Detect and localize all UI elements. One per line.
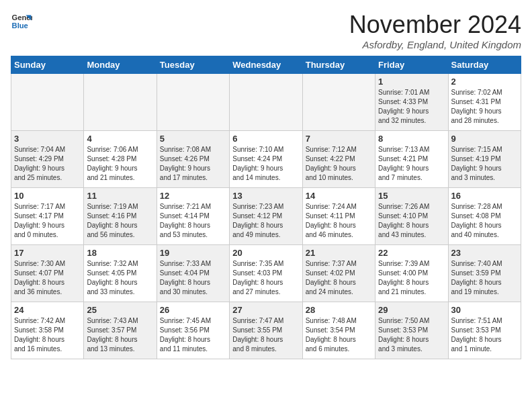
calendar-cell: 5Sunrise: 7:08 AM Sunset: 4:26 PM Daylig… (157, 131, 229, 188)
day-info: Sunrise: 7:48 AM Sunset: 3:54 PM Dayligh… (306, 316, 372, 354)
day-number: 18 (87, 248, 153, 258)
day-info: Sunrise: 7:06 AM Sunset: 4:28 PM Dayligh… (87, 145, 153, 183)
day-number: 17 (14, 248, 81, 258)
day-info: Sunrise: 7:01 AM Sunset: 4:33 PM Dayligh… (378, 88, 445, 126)
day-number: 2 (451, 77, 518, 87)
day-info: Sunrise: 7:42 AM Sunset: 3:58 PM Dayligh… (14, 316, 81, 354)
calendar-cell: 19Sunrise: 7:33 AM Sunset: 4:04 PM Dayli… (157, 245, 229, 302)
calendar-week-4: 24Sunrise: 7:42 AM Sunset: 3:58 PM Dayli… (11, 302, 521, 359)
calendar-cell: 10Sunrise: 7:17 AM Sunset: 4:17 PM Dayli… (11, 188, 84, 245)
calendar-cell: 23Sunrise: 7:40 AM Sunset: 3:59 PM Dayli… (448, 245, 521, 302)
calendar-week-0: 1Sunrise: 7:01 AM Sunset: 4:33 PM Daylig… (11, 74, 521, 131)
location: Asfordby, England, United Kingdom (349, 39, 521, 50)
day-info: Sunrise: 7:10 AM Sunset: 4:24 PM Dayligh… (232, 145, 299, 183)
calendar-cell (230, 74, 302, 131)
day-info: Sunrise: 7:37 AM Sunset: 4:02 PM Dayligh… (306, 259, 372, 297)
calendar-cell: 26Sunrise: 7:45 AM Sunset: 3:56 PM Dayli… (157, 302, 229, 359)
calendar-cell: 24Sunrise: 7:42 AM Sunset: 3:58 PM Dayli… (11, 302, 84, 359)
day-info: Sunrise: 7:21 AM Sunset: 4:14 PM Dayligh… (160, 202, 226, 240)
day-info: Sunrise: 7:02 AM Sunset: 4:31 PM Dayligh… (451, 88, 518, 126)
calendar-table: SundayMondayTuesdayWednesdayThursdayFrid… (11, 56, 521, 359)
day-number: 20 (232, 248, 299, 258)
svg-text:Blue: Blue (12, 21, 28, 30)
calendar-cell: 22Sunrise: 7:39 AM Sunset: 4:00 PM Dayli… (375, 245, 448, 302)
weekday-header-row: SundayMondayTuesdayWednesdayThursdayFrid… (11, 56, 521, 74)
calendar-cell: 15Sunrise: 7:26 AM Sunset: 4:10 PM Dayli… (375, 188, 448, 245)
calendar-cell: 16Sunrise: 7:28 AM Sunset: 4:08 PM Dayli… (448, 188, 521, 245)
day-number: 13 (232, 191, 299, 201)
calendar-cell (302, 74, 375, 131)
day-number: 5 (160, 134, 226, 144)
day-number: 11 (87, 191, 153, 201)
day-number: 7 (306, 134, 372, 144)
calendar-header: SundayMondayTuesdayWednesdayThursdayFrid… (11, 56, 521, 74)
calendar-cell: 13Sunrise: 7:23 AM Sunset: 4:12 PM Dayli… (230, 188, 302, 245)
calendar-cell: 29Sunrise: 7:50 AM Sunset: 3:53 PM Dayli… (375, 302, 448, 359)
calendar-cell: 7Sunrise: 7:12 AM Sunset: 4:22 PM Daylig… (302, 131, 375, 188)
calendar-cell: 30Sunrise: 7:51 AM Sunset: 3:53 PM Dayli… (448, 302, 521, 359)
day-info: Sunrise: 7:19 AM Sunset: 4:16 PM Dayligh… (87, 202, 153, 240)
day-number: 6 (232, 134, 299, 144)
calendar-body: 1Sunrise: 7:01 AM Sunset: 4:33 PM Daylig… (11, 74, 521, 359)
day-number: 1 (378, 77, 445, 87)
day-info: Sunrise: 7:51 AM Sunset: 3:53 PM Dayligh… (451, 316, 518, 354)
calendar-cell: 17Sunrise: 7:30 AM Sunset: 4:07 PM Dayli… (11, 245, 84, 302)
day-number: 14 (306, 191, 372, 201)
weekday-header-tuesday: Tuesday (157, 56, 229, 74)
calendar-cell: 14Sunrise: 7:24 AM Sunset: 4:11 PM Dayli… (302, 188, 375, 245)
day-number: 30 (451, 305, 518, 315)
calendar-cell: 9Sunrise: 7:15 AM Sunset: 4:19 PM Daylig… (448, 131, 521, 188)
day-number: 28 (306, 305, 372, 315)
calendar-cell (84, 74, 157, 131)
calendar-cell: 25Sunrise: 7:43 AM Sunset: 3:57 PM Dayli… (84, 302, 157, 359)
day-number: 8 (378, 134, 445, 144)
calendar-cell: 8Sunrise: 7:13 AM Sunset: 4:21 PM Daylig… (375, 131, 448, 188)
day-info: Sunrise: 7:32 AM Sunset: 4:05 PM Dayligh… (87, 259, 153, 297)
day-number: 9 (451, 134, 518, 144)
calendar-cell: 3Sunrise: 7:04 AM Sunset: 4:29 PM Daylig… (11, 131, 84, 188)
day-info: Sunrise: 7:26 AM Sunset: 4:10 PM Dayligh… (378, 202, 445, 240)
day-info: Sunrise: 7:08 AM Sunset: 4:26 PM Dayligh… (160, 145, 226, 183)
day-info: Sunrise: 7:30 AM Sunset: 4:07 PM Dayligh… (14, 259, 81, 297)
day-number: 22 (378, 248, 445, 258)
calendar-cell (11, 74, 84, 131)
calendar-cell: 21Sunrise: 7:37 AM Sunset: 4:02 PM Dayli… (302, 245, 375, 302)
calendar-cell: 12Sunrise: 7:21 AM Sunset: 4:14 PM Dayli… (157, 188, 229, 245)
day-info: Sunrise: 7:04 AM Sunset: 4:29 PM Dayligh… (14, 145, 81, 183)
calendar-cell: 18Sunrise: 7:32 AM Sunset: 4:05 PM Dayli… (84, 245, 157, 302)
day-number: 12 (160, 191, 226, 201)
weekday-header-saturday: Saturday (448, 56, 521, 74)
day-info: Sunrise: 7:35 AM Sunset: 4:03 PM Dayligh… (232, 259, 299, 297)
day-number: 19 (160, 248, 226, 258)
calendar-cell: 2Sunrise: 7:02 AM Sunset: 4:31 PM Daylig… (448, 74, 521, 131)
day-number: 27 (232, 305, 299, 315)
day-info: Sunrise: 7:12 AM Sunset: 4:22 PM Dayligh… (306, 145, 372, 183)
day-number: 16 (451, 191, 518, 201)
day-info: Sunrise: 7:40 AM Sunset: 3:59 PM Dayligh… (451, 259, 518, 297)
weekday-header-friday: Friday (375, 56, 448, 74)
day-info: Sunrise: 7:17 AM Sunset: 4:17 PM Dayligh… (14, 202, 81, 240)
day-number: 4 (87, 134, 153, 144)
day-info: Sunrise: 7:13 AM Sunset: 4:21 PM Dayligh… (378, 145, 445, 183)
weekday-header-monday: Monday (84, 56, 157, 74)
weekday-header-wednesday: Wednesday (230, 56, 302, 74)
day-number: 26 (160, 305, 226, 315)
day-info: Sunrise: 7:50 AM Sunset: 3:53 PM Dayligh… (378, 316, 445, 354)
weekday-header-thursday: Thursday (302, 56, 375, 74)
day-info: Sunrise: 7:24 AM Sunset: 4:11 PM Dayligh… (306, 202, 372, 240)
day-info: Sunrise: 7:15 AM Sunset: 4:19 PM Dayligh… (451, 145, 518, 183)
calendar-cell: 11Sunrise: 7:19 AM Sunset: 4:16 PM Dayli… (84, 188, 157, 245)
calendar-week-2: 10Sunrise: 7:17 AM Sunset: 4:17 PM Dayli… (11, 188, 521, 245)
day-number: 25 (87, 305, 153, 315)
calendar-cell: 1Sunrise: 7:01 AM Sunset: 4:33 PM Daylig… (375, 74, 448, 131)
page-header: General Blue November 2024 Asfordby, Eng… (11, 11, 521, 50)
weekday-header-sunday: Sunday (11, 56, 84, 74)
logo: General Blue (11, 11, 32, 32)
day-number: 23 (451, 248, 518, 258)
calendar-cell: 27Sunrise: 7:47 AM Sunset: 3:55 PM Dayli… (230, 302, 302, 359)
day-number: 10 (14, 191, 81, 201)
title-area: November 2024 Asfordby, England, United … (349, 11, 521, 50)
calendar-cell: 28Sunrise: 7:48 AM Sunset: 3:54 PM Dayli… (302, 302, 375, 359)
calendar-week-3: 17Sunrise: 7:30 AM Sunset: 4:07 PM Dayli… (11, 245, 521, 302)
day-info: Sunrise: 7:45 AM Sunset: 3:56 PM Dayligh… (160, 316, 226, 354)
